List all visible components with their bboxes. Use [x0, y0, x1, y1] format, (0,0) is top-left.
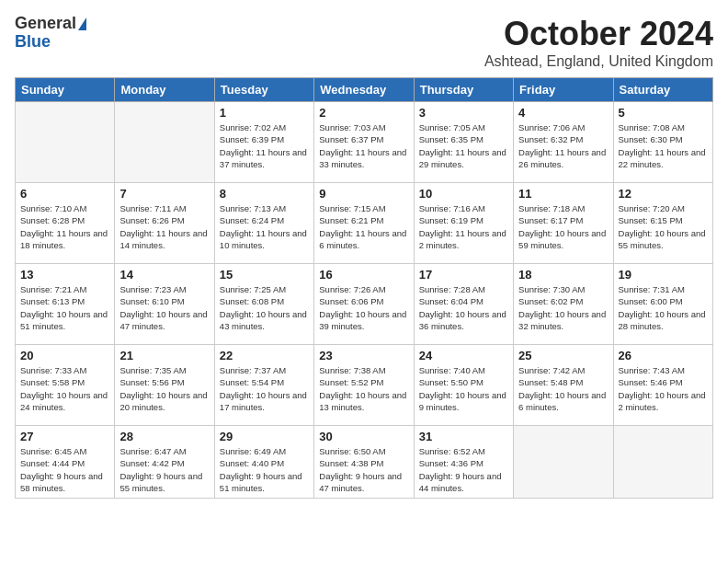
day-number: 26 [619, 349, 708, 362]
day-number: 10 [419, 187, 508, 201]
calendar-cell: 6Sunrise: 7:10 AMSunset: 6:28 PMDaylight… [16, 183, 115, 264]
logo-blue-text: Blue [15, 32, 51, 51]
day-number: 1 [220, 106, 309, 120]
calendar-cell: 11Sunrise: 7:18 AMSunset: 6:17 PMDayligh… [514, 183, 613, 264]
day-header-tuesday: Tuesday [214, 78, 313, 102]
day-number: 25 [518, 349, 608, 362]
day-number: 24 [419, 349, 508, 362]
day-info: Sunrise: 7:23 AMSunset: 6:10 PMDaylight:… [119, 283, 209, 332]
day-info: Sunrise: 7:03 AMSunset: 6:37 PMDaylight:… [319, 121, 408, 170]
calendar-cell: 12Sunrise: 7:20 AMSunset: 6:15 PMDayligh… [613, 183, 712, 264]
calendar-table: SundayMondayTuesdayWednesdayThursdayFrid… [15, 77, 713, 499]
day-info: Sunrise: 7:11 AMSunset: 6:26 PMDaylight:… [119, 202, 209, 251]
day-number: 16 [319, 268, 408, 282]
day-number: 31 [419, 430, 508, 443]
calendar-cell: 31Sunrise: 6:52 AMSunset: 4:36 PMDayligh… [414, 426, 513, 499]
calendar-cell: 7Sunrise: 7:11 AMSunset: 6:26 PMDaylight… [115, 183, 214, 264]
day-info: Sunrise: 7:31 AMSunset: 6:00 PMDaylight:… [619, 283, 708, 332]
day-info: Sunrise: 7:18 AMSunset: 6:17 PMDaylight:… [518, 202, 608, 251]
day-number: 20 [20, 349, 109, 362]
calendar-cell [514, 426, 613, 499]
day-number: 22 [220, 349, 309, 362]
day-number: 9 [319, 187, 408, 201]
day-info: Sunrise: 7:16 AMSunset: 6:19 PMDaylight:… [419, 202, 508, 251]
day-info: Sunrise: 7:43 AMSunset: 5:46 PMDaylight:… [619, 364, 708, 413]
day-info: Sunrise: 7:21 AMSunset: 6:13 PMDaylight:… [20, 283, 109, 332]
calendar-cell: 22Sunrise: 7:37 AMSunset: 5:54 PMDayligh… [214, 345, 313, 426]
logo: General Blue [15, 15, 86, 52]
calendar-cell [16, 102, 115, 183]
day-info: Sunrise: 7:30 AMSunset: 6:02 PMDaylight:… [518, 283, 608, 332]
day-info: Sunrise: 7:25 AMSunset: 6:08 PMDaylight:… [220, 283, 309, 332]
day-info: Sunrise: 7:42 AMSunset: 5:48 PMDaylight:… [518, 364, 608, 413]
calendar-header-row: SundayMondayTuesdayWednesdayThursdayFrid… [16, 78, 713, 102]
day-header-wednesday: Wednesday [314, 78, 414, 102]
calendar-cell: 23Sunrise: 7:38 AMSunset: 5:52 PMDayligh… [314, 345, 414, 426]
day-header-friday: Friday [514, 78, 613, 102]
calendar-cell [613, 426, 712, 499]
calendar-cell [115, 102, 214, 183]
calendar-cell: 27Sunrise: 6:45 AMSunset: 4:44 PMDayligh… [16, 426, 115, 499]
calendar-cell: 13Sunrise: 7:21 AMSunset: 6:13 PMDayligh… [16, 264, 115, 345]
calendar-cell: 9Sunrise: 7:15 AMSunset: 6:21 PMDaylight… [314, 183, 414, 264]
day-info: Sunrise: 7:20 AMSunset: 6:15 PMDaylight:… [619, 202, 708, 251]
calendar-cell: 21Sunrise: 7:35 AMSunset: 5:56 PMDayligh… [115, 345, 214, 426]
day-number: 30 [319, 430, 408, 443]
day-number: 15 [220, 268, 309, 282]
calendar-cell: 24Sunrise: 7:40 AMSunset: 5:50 PMDayligh… [414, 345, 513, 426]
day-info: Sunrise: 7:13 AMSunset: 6:24 PMDaylight:… [220, 202, 309, 251]
title-block: October 2024 Ashtead, England, United Ki… [484, 15, 713, 70]
calendar-cell: 19Sunrise: 7:31 AMSunset: 6:00 PMDayligh… [613, 264, 712, 345]
day-info: Sunrise: 6:45 AMSunset: 4:44 PMDaylight:… [20, 445, 109, 494]
day-info: Sunrise: 7:08 AMSunset: 6:30 PMDaylight:… [619, 121, 708, 170]
day-number: 13 [20, 268, 109, 282]
day-number: 12 [619, 187, 708, 201]
day-info: Sunrise: 7:33 AMSunset: 5:58 PMDaylight:… [20, 364, 109, 413]
day-info: Sunrise: 7:02 AMSunset: 6:39 PMDaylight:… [220, 121, 309, 170]
day-info: Sunrise: 6:49 AMSunset: 4:40 PMDaylight:… [220, 445, 309, 494]
day-number: 27 [20, 430, 109, 443]
calendar-cell: 3Sunrise: 7:05 AMSunset: 6:35 PMDaylight… [414, 102, 513, 183]
calendar-cell: 18Sunrise: 7:30 AMSunset: 6:02 PMDayligh… [514, 264, 613, 345]
day-number: 11 [518, 187, 608, 201]
day-number: 4 [518, 106, 608, 120]
day-number: 29 [220, 430, 309, 443]
calendar-cell: 30Sunrise: 6:50 AMSunset: 4:38 PMDayligh… [314, 426, 414, 499]
day-number: 5 [619, 106, 708, 120]
day-number: 19 [619, 268, 708, 282]
calendar-cell: 14Sunrise: 7:23 AMSunset: 6:10 PMDayligh… [115, 264, 214, 345]
calendar-cell: 28Sunrise: 6:47 AMSunset: 4:42 PMDayligh… [115, 426, 214, 499]
day-header-thursday: Thursday [414, 78, 513, 102]
day-info: Sunrise: 7:37 AMSunset: 5:54 PMDaylight:… [220, 364, 309, 413]
calendar-cell: 8Sunrise: 7:13 AMSunset: 6:24 PMDaylight… [214, 183, 313, 264]
day-info: Sunrise: 7:05 AMSunset: 6:35 PMDaylight:… [419, 121, 508, 170]
day-number: 6 [20, 187, 109, 201]
day-info: Sunrise: 6:52 AMSunset: 4:36 PMDaylight:… [419, 445, 508, 494]
day-number: 8 [220, 187, 309, 201]
calendar-cell: 5Sunrise: 7:08 AMSunset: 6:30 PMDaylight… [613, 102, 712, 183]
day-number: 23 [319, 349, 408, 362]
day-info: Sunrise: 6:50 AMSunset: 4:38 PMDaylight:… [319, 445, 408, 494]
calendar-cell: 10Sunrise: 7:16 AMSunset: 6:19 PMDayligh… [414, 183, 513, 264]
day-number: 21 [119, 349, 209, 362]
calendar-cell: 29Sunrise: 6:49 AMSunset: 4:40 PMDayligh… [214, 426, 313, 499]
day-info: Sunrise: 7:10 AMSunset: 6:28 PMDaylight:… [20, 202, 109, 251]
day-header-saturday: Saturday [613, 78, 712, 102]
calendar-cell: 26Sunrise: 7:43 AMSunset: 5:46 PMDayligh… [613, 345, 712, 426]
calendar-cell: 16Sunrise: 7:26 AMSunset: 6:06 PMDayligh… [314, 264, 414, 345]
day-number: 14 [119, 268, 209, 282]
day-info: Sunrise: 7:26 AMSunset: 6:06 PMDaylight:… [319, 283, 408, 332]
day-info: Sunrise: 7:38 AMSunset: 5:52 PMDaylight:… [319, 364, 408, 413]
calendar-cell: 15Sunrise: 7:25 AMSunset: 6:08 PMDayligh… [214, 264, 313, 345]
month-title: October 2024 [484, 15, 713, 53]
day-number: 28 [119, 430, 209, 443]
day-info: Sunrise: 7:15 AMSunset: 6:21 PMDaylight:… [319, 202, 408, 251]
logo-text: General [15, 15, 86, 33]
calendar-cell: 4Sunrise: 7:06 AMSunset: 6:32 PMDaylight… [514, 102, 613, 183]
calendar-cell: 1Sunrise: 7:02 AMSunset: 6:39 PMDaylight… [214, 102, 313, 183]
day-number: 17 [419, 268, 508, 282]
day-number: 3 [419, 106, 508, 120]
calendar-cell: 25Sunrise: 7:42 AMSunset: 5:48 PMDayligh… [514, 345, 613, 426]
page-header: General Blue October 2024 Ashtead, Engla… [15, 15, 713, 70]
calendar-cell: 2Sunrise: 7:03 AMSunset: 6:37 PMDaylight… [314, 102, 414, 183]
